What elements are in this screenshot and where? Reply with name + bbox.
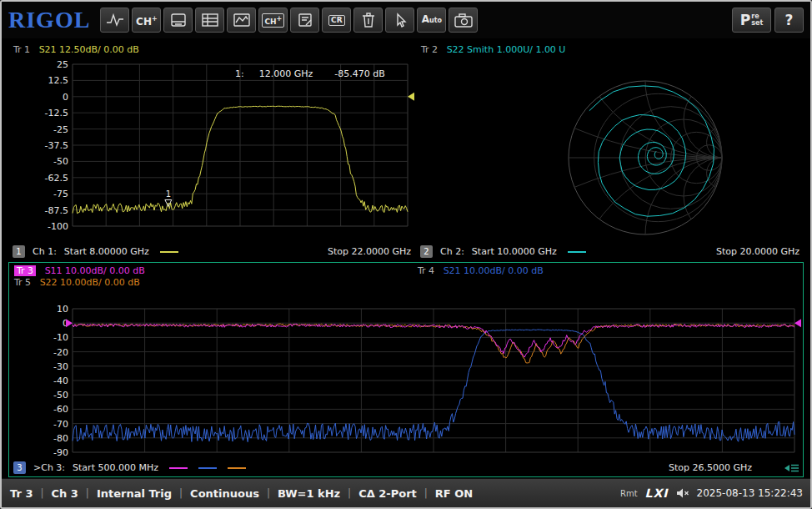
delete-button[interactable] xyxy=(353,8,383,33)
svg-text:-80: -80 xyxy=(53,433,68,444)
storage-icon xyxy=(168,12,188,28)
svg-text:25: 25 xyxy=(57,59,68,70)
status-item-0: Tr 3 xyxy=(10,487,33,500)
toolbar: CH+CH+CRAuto xyxy=(100,8,478,33)
ch1-marker-readout: 1: 12.000 GHz -85.470 dB xyxy=(235,68,385,79)
channel1-panel[interactable]: 2512.50-12.5-25-37.5-50-62.5-75-87.5-100… xyxy=(8,42,415,260)
screenshot-button[interactable] xyxy=(449,8,478,33)
ch3-stop-frequency[interactable]: Stop 26.5000 GHz xyxy=(669,462,752,473)
ch3-trace4-label[interactable]: Tr 4 xyxy=(418,265,434,276)
ch1-footer: 1 Ch 1: Start 8.00000 GHz Stop 22.0000 G… xyxy=(13,245,411,258)
ch3-label: >Ch 3: xyxy=(33,462,65,473)
ch3-trace3-info: S11 10.00dB/ 0.00 dB xyxy=(45,265,145,276)
ch3-trace3-color-sample xyxy=(169,467,188,469)
status-items: Tr 3|Ch 3|Internal Trig|Continuous|BW=1 … xyxy=(2,487,473,500)
ch3-trace-line-2: Tr 4 S21 10.00dB/ 0.00 dB xyxy=(418,265,544,276)
svg-text:10: 10 xyxy=(57,304,68,315)
ch3-trace5-info: S22 10.00dB/ 0.00 dB xyxy=(40,277,140,288)
ch3-start-frequency[interactable]: Start 500.000 MHz xyxy=(73,462,158,473)
status-separator: | xyxy=(179,487,183,499)
trace-window-button[interactable] xyxy=(227,8,256,33)
ch3-footer: 3 >Ch 3: Start 500.000 MHz Stop 26.5000 … xyxy=(13,461,799,474)
channel-add-button[interactable]: CH+ xyxy=(132,8,161,33)
svg-text:-12.5: -12.5 xyxy=(45,108,68,118)
ch1-trace1-label[interactable]: Tr 1 xyxy=(13,44,30,55)
meas-button[interactable] xyxy=(100,8,129,33)
edit-notes-button[interactable] xyxy=(290,8,319,33)
ch2-trace2-label[interactable]: Tr 2 xyxy=(421,44,438,55)
svg-text:-62.5: -62.5 xyxy=(45,173,68,184)
marker-value: -85.470 dB xyxy=(334,68,384,79)
ch2-trace-color-sample xyxy=(568,251,586,253)
ch3-trace5-label[interactable]: Tr 5 xyxy=(14,277,31,288)
svg-text:-40: -40 xyxy=(53,375,68,386)
touch-button[interactable] xyxy=(385,8,414,33)
ch3-trace-line-1: Tr 3 S11 10.00dB/ 0.00 dB xyxy=(14,265,145,276)
clipboard-icon xyxy=(295,12,315,28)
svg-text:1: 1 xyxy=(166,189,171,199)
lxi-indicator: LXI xyxy=(645,486,669,500)
auto-scale-button[interactable]: Auto xyxy=(417,8,446,33)
status-separator: | xyxy=(86,487,89,499)
top-toolbar: RIGOL CH+CH+CRAuto P re set ? xyxy=(2,2,810,38)
help-icon: ? xyxy=(785,12,794,28)
svg-text:-70: -70 xyxy=(53,419,68,430)
ch-plus-icon: CH+ xyxy=(136,14,158,27)
auto-icon: Auto xyxy=(422,14,442,26)
channel-window-button[interactable]: CH+ xyxy=(258,8,288,33)
ch1-badge[interactable]: 1 xyxy=(13,245,25,258)
svg-text:-60: -60 xyxy=(53,404,68,415)
ch2-smith-chart[interactable] xyxy=(416,42,804,260)
ch3-chart[interactable]: 100-10-20-30-40-50-60-70-80-90 xyxy=(9,263,803,476)
mute-speaker-icon[interactable] xyxy=(676,487,689,499)
svg-text:-37.5: -37.5 xyxy=(45,140,68,151)
ch3-trace4-color-sample xyxy=(198,467,217,469)
ch2-label: Ch 2: xyxy=(440,246,464,257)
ch2-footer: 2 Ch 2: Start 10.0000 GHz Stop 20.0000 G… xyxy=(420,245,799,258)
svg-text:-50: -50 xyxy=(53,390,68,401)
ch3-trace-line-3: Tr 5 S22 10.00dB/ 0.00 dB xyxy=(14,277,140,288)
preset-button[interactable]: P re set xyxy=(732,8,771,33)
ch2-start-frequency[interactable]: Start 10.0000 GHz xyxy=(472,246,557,257)
menu-collapse-icon[interactable] xyxy=(784,463,799,473)
status-item-5: CΔ 2-Port xyxy=(358,487,417,500)
rigol-logo: RIGOL xyxy=(2,7,100,33)
svg-text:-75: -75 xyxy=(53,189,68,199)
ch2-badge[interactable]: 2 xyxy=(420,245,433,258)
ch2-stop-frequency[interactable]: Stop 20.0000 GHz xyxy=(716,246,799,257)
svg-text:-10: -10 xyxy=(53,332,68,343)
marker-frequency: 12.000 GHz xyxy=(259,68,313,79)
status-separator: | xyxy=(40,487,43,499)
toolbar-right: P re set ? xyxy=(732,8,810,33)
ch1-label: Ch 1: xyxy=(33,246,57,257)
cal-icon: CR xyxy=(331,17,343,24)
window-chart-icon xyxy=(232,12,252,28)
status-item-1: Ch 3 xyxy=(51,487,78,500)
ch1-start-frequency[interactable]: Start 8.00000 GHz xyxy=(64,246,149,257)
status-separator: | xyxy=(267,487,270,499)
trash-icon xyxy=(358,12,378,28)
ch3-trace3-label[interactable]: Tr 3 xyxy=(14,265,36,276)
save-recall-button[interactable] xyxy=(163,8,193,33)
help-button[interactable]: ? xyxy=(774,8,804,33)
status-bar: Tr 3|Ch 3|Internal Trig|Continuous|BW=1 … xyxy=(2,478,810,507)
status-item-3: Continuous xyxy=(190,487,259,500)
vna-screen: RIGOL CH+CH+CRAuto P re set ? 2512.50-12… xyxy=(0,0,812,509)
channel3-panel[interactable]: 100-10-20-30-40-50-60-70-80-90 Tr 3 S11 … xyxy=(8,262,804,477)
preset-label-bottom: set xyxy=(751,20,763,27)
remote-indicator: Rmt xyxy=(620,489,638,498)
preset-label-big: P xyxy=(740,12,750,28)
cal-kit-button[interactable]: CR xyxy=(322,8,351,33)
ch3-trace5-color-sample xyxy=(228,467,246,469)
file-browser-button[interactable] xyxy=(195,8,224,33)
ch2-trace2-info: S22 Smith 1.000U/ 1.00 U xyxy=(447,44,566,55)
status-item-4: BW=1 kHz xyxy=(278,487,340,500)
svg-text:0: 0 xyxy=(63,92,68,103)
status-separator: | xyxy=(348,487,351,499)
ch1-trace-line: Tr 1 S21 12.50dB/ 0.00 dB xyxy=(13,44,139,55)
ch3-badge[interactable]: 3 xyxy=(13,461,26,474)
channel2-panel[interactable]: Tr 2 S22 Smith 1.000U/ 1.00 U 2 Ch 2: St… xyxy=(416,42,804,260)
svg-text:-100: -100 xyxy=(48,221,68,232)
ch1-stop-frequency[interactable]: Stop 22.0000 GHz xyxy=(328,246,411,257)
ch3-trace4-info: S21 10.00dB/ 0.00 dB xyxy=(444,265,544,276)
